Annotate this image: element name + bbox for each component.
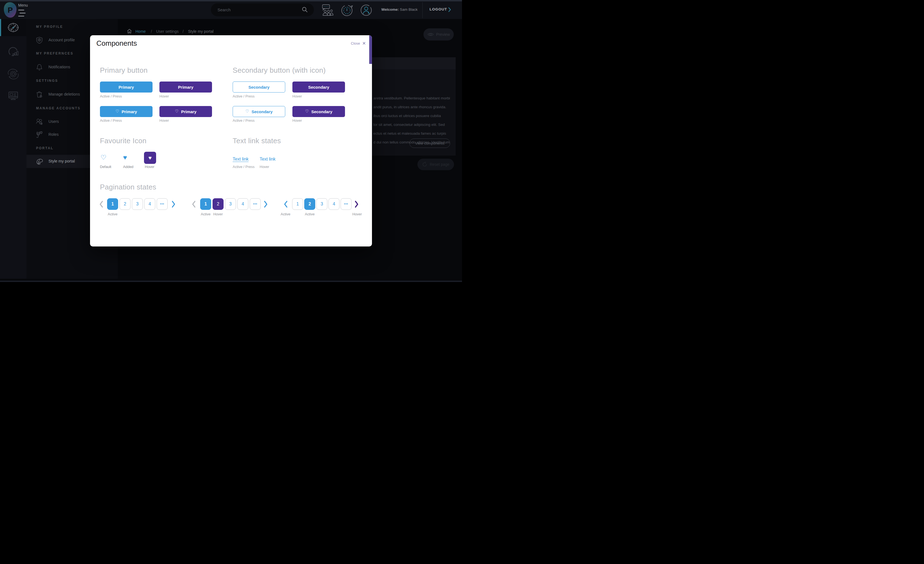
pagination-state-label: Hover (213, 212, 224, 216)
home-icon[interactable] (127, 28, 132, 34)
community-icon[interactable] (321, 4, 334, 16)
pagination-state-label: Active (200, 212, 211, 216)
sidebar-item-label: Style my portal (48, 159, 75, 163)
page-button-2[interactable]: 2 (304, 198, 315, 210)
preview-label: Preview (436, 32, 450, 37)
breadcrumb-separator: / (151, 29, 152, 34)
app-logo[interactable]: P (4, 2, 16, 18)
page-button-1[interactable]: 1 (292, 198, 303, 210)
pagination-state-label: Active (280, 212, 291, 216)
trash-icon (36, 91, 43, 98)
text-link-hover[interactable]: Text link (260, 157, 276, 162)
preview-button[interactable]: Preview (423, 28, 454, 40)
app-screen: P Menu (0, 0, 462, 282)
breadcrumb-separator: / (183, 29, 184, 34)
primary-section-heading: Primary button (100, 66, 148, 75)
profile-icon[interactable] (360, 4, 373, 16)
primary-icon-button-active[interactable]: ♡ Primary (100, 106, 153, 117)
settings-sync-icon[interactable] (7, 68, 19, 80)
secondary-icon-button-hover[interactable]: ♡ Secondary (292, 106, 345, 117)
page-button-4[interactable]: 4 (144, 198, 155, 210)
pagination-state-label: Hover (352, 212, 363, 216)
favourite-section-heading: Favourite Icon (100, 136, 147, 145)
modal-title: Components (96, 39, 137, 48)
page-button-4[interactable]: 4 (237, 198, 248, 210)
page-button-1[interactable]: 1 (200, 198, 211, 210)
sidebar-item-label: Users (48, 119, 59, 124)
text-link-active[interactable]: Text link (232, 157, 249, 162)
page-button-2[interactable]: 2 (120, 198, 130, 210)
pagination-prev-icon[interactable] (192, 201, 196, 208)
analytics-icon[interactable] (7, 46, 19, 58)
sidebar-item-label: Manage deletions (48, 92, 80, 96)
compass-icon[interactable] (7, 21, 19, 34)
secondary-icon-button-active[interactable]: ♡ Secondary (232, 106, 285, 117)
page-button-4[interactable]: 4 (328, 198, 339, 210)
secondary-button-hover[interactable]: Secondary (292, 81, 345, 93)
search-bar (211, 3, 314, 16)
search-icon[interactable] (302, 7, 308, 13)
topbar: P Menu (0, 2, 462, 19)
sidebar-section-settings: SETTINGS (36, 79, 58, 82)
pagination-next-icon[interactable] (171, 201, 176, 208)
users-icon (36, 118, 43, 126)
logout-button[interactable]: LOGOUT (429, 7, 447, 11)
primary-button-hover[interactable]: Primary (159, 81, 212, 93)
reset-page-button[interactable]: Reset page (417, 159, 454, 170)
heart-outline-icon: ♡ (245, 109, 249, 114)
page-ellipsis[interactable]: ••• (340, 198, 352, 210)
pagination-next-icon[interactable] (264, 201, 268, 208)
timer-icon[interactable] (340, 4, 354, 16)
page-button-2[interactable]: 2 (213, 198, 224, 210)
bell-icon (36, 63, 43, 71)
page-ellipsis[interactable]: ••• (157, 198, 168, 210)
user-name: Sam Black (400, 8, 418, 12)
close-label: Close (351, 41, 360, 45)
favourite-added-icon[interactable]: ♥ (123, 154, 127, 161)
breadcrumb-user-settings[interactable]: User settings (156, 29, 179, 34)
heart-outline-icon: ♡ (305, 109, 309, 114)
modal-scrollbar[interactable] (369, 35, 372, 64)
logout-chevron-icon[interactable] (448, 7, 451, 12)
favourite-default-icon[interactable]: ♡ (100, 154, 106, 161)
sidebar-item-label: Notifications (48, 65, 70, 69)
sidebar-section-my-profile: MY PROFILE (36, 25, 63, 28)
breadcrumb-home[interactable]: Home (135, 29, 146, 34)
page-button-1[interactable]: 1 (107, 198, 118, 210)
close-button[interactable]: Close ✕ (351, 41, 366, 46)
monitor-icon[interactable] (7, 90, 19, 102)
view-components-button[interactable]: View components (410, 138, 450, 148)
sidebar-icon-rail (0, 19, 26, 279)
state-label: Hover (145, 165, 154, 169)
pagination-state-label: Active (304, 212, 315, 216)
page-button-3[interactable]: 3 (225, 198, 236, 210)
state-label: Hover (292, 118, 302, 123)
sidebar-section-portal: PORTAL (36, 146, 53, 150)
heart-outline-icon: ♡ (175, 109, 178, 114)
refresh-icon (422, 162, 428, 167)
favourite-hover-tile[interactable]: ♥ (144, 152, 156, 164)
rail-active-indicator (0, 19, 1, 36)
stethoscope-icon (36, 131, 43, 138)
state-label: Active / Press (232, 118, 254, 123)
state-label: Active / Press (100, 94, 122, 98)
pagination-next-icon-hover[interactable] (354, 201, 359, 208)
components-modal: Components Close ✕ Primary button Primar… (90, 35, 372, 246)
secondary-button-active[interactable]: Secondary (232, 81, 285, 93)
page-button-3[interactable]: 3 (132, 198, 143, 210)
pagination-prev-icon[interactable] (99, 201, 104, 208)
heart-outline-icon: ♡ (116, 109, 119, 114)
heart-filled-icon: ♥ (148, 155, 152, 161)
eye-icon (427, 32, 434, 37)
pagination-prev-icon[interactable] (284, 201, 288, 208)
search-input[interactable] (218, 3, 297, 16)
page-ellipsis[interactable]: ••• (250, 198, 261, 210)
state-label: Hover (159, 118, 169, 123)
close-icon: ✕ (362, 41, 366, 46)
page-button-3[interactable]: 3 (316, 198, 327, 210)
sidebar-item-label: Account profile (48, 38, 75, 42)
primary-icon-button-hover[interactable]: ♡ Primary (159, 106, 212, 117)
state-label: Active / Press (232, 165, 254, 169)
logo-letter: P (8, 6, 13, 15)
primary-button-active[interactable]: Primary (100, 81, 153, 93)
